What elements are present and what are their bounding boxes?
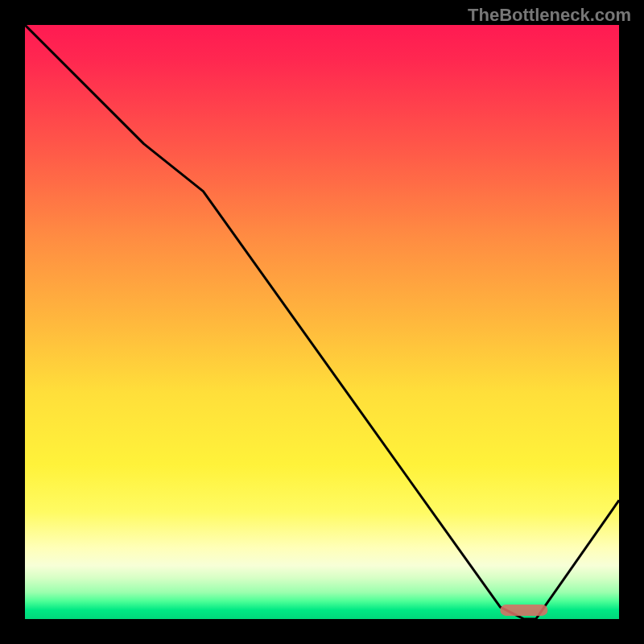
watermark-text: TheBottleneck.com	[468, 5, 631, 26]
curve-layer	[25, 25, 619, 619]
app-root: TheBottleneck.com	[0, 0, 644, 644]
bottleneck-curve	[25, 25, 619, 619]
optimal-marker	[500, 605, 547, 616]
plot-area	[25, 25, 619, 619]
